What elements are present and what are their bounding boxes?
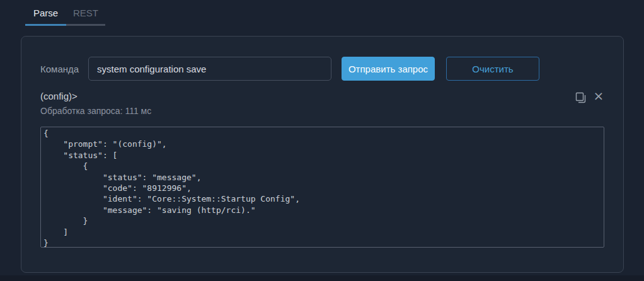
response-json-output[interactable]: { "prompt": "(config)", "status": [ { "s…: [40, 127, 604, 248]
tab-rest[interactable]: REST: [66, 8, 105, 26]
command-label: Команда: [40, 64, 79, 74]
tab-parse-label: Parse: [33, 8, 58, 18]
parse-panel: Команда Отправить запрос Очистить (confi…: [21, 36, 624, 273]
copy-icon[interactable]: [575, 92, 587, 103]
close-icon[interactable]: ×: [592, 88, 605, 103]
bottom-strip: [0, 275, 644, 281]
command-input[interactable]: [88, 57, 331, 81]
tab-parse[interactable]: Parse: [25, 8, 66, 26]
clear-button[interactable]: Очистить: [446, 57, 539, 81]
processing-time-label: Обработка запроса: 111 мс: [40, 106, 151, 116]
result-prompt: (config)>: [40, 91, 78, 101]
tab-rest-label: REST: [73, 8, 98, 18]
tab-bar: Parse REST: [25, 8, 105, 26]
send-request-button[interactable]: Отправить запрос: [342, 57, 435, 81]
